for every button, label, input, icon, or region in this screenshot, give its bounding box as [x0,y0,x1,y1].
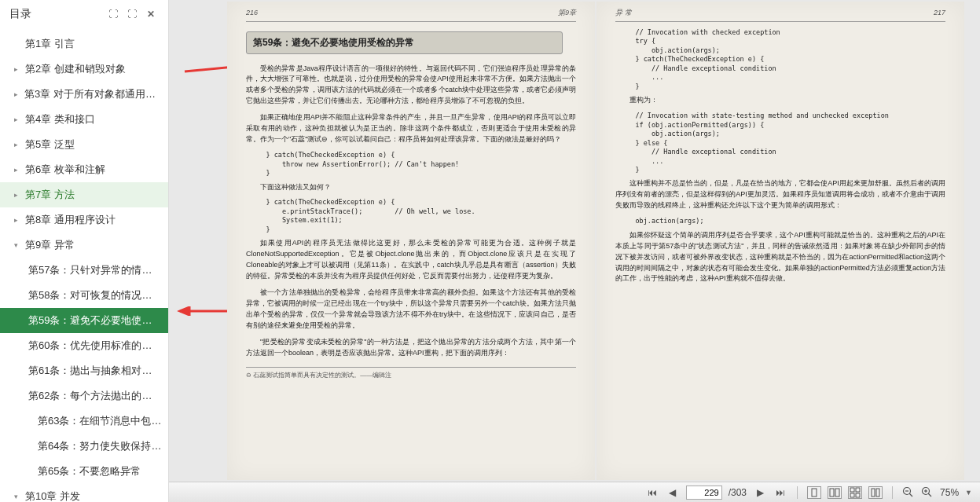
view-single-icon[interactable] [807,486,821,499]
code-block: } catch(TheCheckedException e) { e.print… [266,198,577,234]
svg-marker-3 [180,307,189,315]
toc-item[interactable]: ▸第7章 方法 [0,182,168,207]
body-text: 这种重构并不总是恰当的，但是，凡是在恰当的地方，它都会使API用起来更加舒服。虽… [615,178,945,211]
page-total-label: /303 [729,487,747,498]
chevron-right-icon[interactable]: ▸ [14,216,22,224]
toc-item-label: 第4章 类和接口 [25,112,95,126]
toc-item-label: 第6章 枚举和注解 [25,163,105,177]
toc-list: 第1章 引言▸第2章 创建和销毁对象▸第3章 对于所有对象都通用的方法▸第4章 … [0,28,168,502]
body-text: 受检的异常是Java程序设计语言的一项很好的特性。与返回代码不同，它们强迫程序员… [246,64,576,108]
toc-item[interactable]: 第1章 引言 [0,31,168,57]
toc-item[interactable]: 第62条：每个方法抛出的异常... [0,383,168,409]
toc-item[interactable]: 第57条：只针对异常的情况才... [0,258,168,283]
toc-item[interactable]: ▸第4章 类和接口 [0,107,168,132]
svg-rect-5 [830,489,834,497]
svg-rect-10 [856,493,860,497]
toc-item-label: 第58条：对可恢复的情况使用... [28,288,162,302]
divider [892,486,893,499]
svg-rect-9 [850,493,854,497]
code-block: // Invocation with checked exception try… [636,28,946,91]
chevron-right-icon[interactable]: ▸ [14,65,22,73]
toc-item[interactable]: 第63条：在细节消息中包含... [0,409,168,434]
body-text: 下面这种做法又如何？ [246,182,576,193]
prev-page-button[interactable]: ◀ [666,486,680,500]
chevron-right-icon[interactable]: ▸ [14,141,22,148]
pages-area: 216 第9章 第59条：避免不必要地使用受检的异常 受检的异常是Java程序设… [169,0,980,482]
toc-item-label: 第9章 异常 [25,238,75,252]
close-icon[interactable]: ✕ [143,6,159,22]
svg-rect-12 [876,489,879,497]
body-text: 被一个方法单独抛出的受检异常，会给程序员带来非常高的额外负担。如果这个方法还有其… [246,288,576,332]
collapse-all-icon[interactable]: ⛶ [124,6,140,22]
toc-item-label: 第7章 方法 [25,188,75,202]
toc-item-label: 第10章 并发 [25,489,80,502]
expand-all-icon[interactable]: ⛶ [105,6,121,22]
toc-item[interactable]: 第65条：不要忽略异常 [0,459,168,484]
zoom-dropdown-icon[interactable]: ▼ [965,489,972,497]
next-page-button[interactable]: ▶ [753,486,767,500]
toc-item[interactable]: 第61条：抛出与抽象相对应的... [0,358,168,383]
chevron-down-icon[interactable]: ▾ [14,493,22,500]
last-page-button[interactable]: ⏭ [773,486,787,500]
section-title: 第59条：避免不必要地使用受检的异常 [246,31,563,54]
svg-line-15 [909,493,912,497]
page-number-input[interactable] [686,486,722,500]
code-block: obj.action(args); [636,217,946,225]
toc-item-label: 第2章 创建和销毁对象 [25,62,126,76]
toc-item-label: 第63条：在细节消息中包含... [38,414,162,428]
toc-item-label: 第8章 通用程序设计 [25,213,116,227]
zoom-out-icon[interactable] [902,486,915,499]
chevron-down-icon[interactable]: ▾ [14,241,22,249]
code-block: // Invocation with state-testing method … [636,112,946,174]
toc-item[interactable]: ▸第3章 对于所有对象都通用的方法 [0,82,168,107]
page-number-left: 216 [246,8,258,19]
svg-rect-11 [872,489,875,497]
svg-line-19 [928,493,931,497]
toc-item[interactable]: ▸第2章 创建和销毁对象 [0,57,168,82]
toc-item[interactable]: ▸第8章 通用程序设计 [0,207,168,233]
body-text: 如果你怀疑这个简单的调用序列是否合乎要求，这个API重构可能就是恰当的。这种重构… [615,230,945,285]
page-left: 216 第9章 第59条：避免不必要地使用受检的异常 受检的异常是Java程序设… [227,2,595,480]
toc-item-label: 第65条：不要忽略异常 [38,464,141,478]
view-continuous-icon[interactable] [848,486,862,499]
toc-item[interactable]: ▸第6章 枚举和注解 [0,157,168,182]
toc-item-label: 第57条：只针对异常的情况才... [28,263,162,277]
toc-item-label: 第62条：每个方法抛出的异常... [28,389,162,403]
body-text: 如果正确地使用API并不能阻止这种异常条件的产生，并且一旦产生异常，使用API的… [246,112,576,145]
code-block: } catch(TheCheckedException e) { throw n… [266,151,577,178]
toc-item[interactable]: ▾第9章 异常 [0,233,168,258]
toc-sidebar: 目录 ⛶ ⛶ ✕ 第1章 引言▸第2章 创建和销毁对象▸第3章 对于所有对象都通… [0,0,169,502]
toc-title: 目录 [9,7,102,21]
toc-item[interactable]: ▾第10章 并发 [0,484,168,502]
footnote: ⊖ 石蕊测试指简单而具有决定性的测试。——编辑注 [246,367,576,380]
page-right: 异 常 217 // Invocation with checked excep… [596,2,964,480]
chevron-right-icon[interactable]: ▸ [14,191,22,199]
page-number-right: 217 [934,8,945,19]
toc-item-label: 第5章 泛型 [25,137,75,152]
bottom-toolbar: ⏮ ◀ /303 ▶ ⏭ 75% ▼ [169,482,980,502]
toc-item-label: 第3章 对于所有对象都通用的方法 [24,87,162,101]
svg-rect-8 [856,488,860,492]
view-facing-icon[interactable] [828,486,842,499]
svg-rect-6 [835,489,839,497]
view-thumb-icon[interactable] [868,486,883,499]
toc-item-label: 第59条：避免不必要地使用受... [28,313,162,328]
zoom-in-icon[interactable] [921,486,934,499]
toc-item-label: 第60条：优先使用标准的异常 [28,339,162,353]
toc-item[interactable]: 第58条：对可恢复的情况使用... [0,283,168,308]
chevron-right-icon[interactable]: ▸ [14,90,21,98]
divider [797,486,798,499]
chevron-right-icon[interactable]: ▸ [14,115,22,123]
body-text: 如果使用API的程序员无法做得比这更好，那么未受检的异常可能更为合适。这种例子就… [246,238,576,282]
first-page-button[interactable]: ⏮ [645,486,659,500]
toc-item[interactable]: 第59条：避免不必要地使用受... [0,308,168,333]
chevron-right-icon[interactable]: ▸ [14,166,22,174]
body-text: "把受检的异常变成未受检的异常"的一种方法是，把这个抛出异常的方法分成两个方法，… [246,337,576,359]
toc-item[interactable]: 第60条：优先使用标准的异常 [0,333,168,358]
toc-item[interactable]: ▸第5章 泛型 [0,132,168,157]
zoom-level-label: 75% [940,487,959,498]
body-text: 重构为： [615,95,945,106]
svg-rect-7 [850,488,854,492]
toc-item[interactable]: 第64条：努力使失败保持原... [0,434,168,459]
toc-item-label: 第61条：抛出与抽象相对应的... [28,364,162,378]
